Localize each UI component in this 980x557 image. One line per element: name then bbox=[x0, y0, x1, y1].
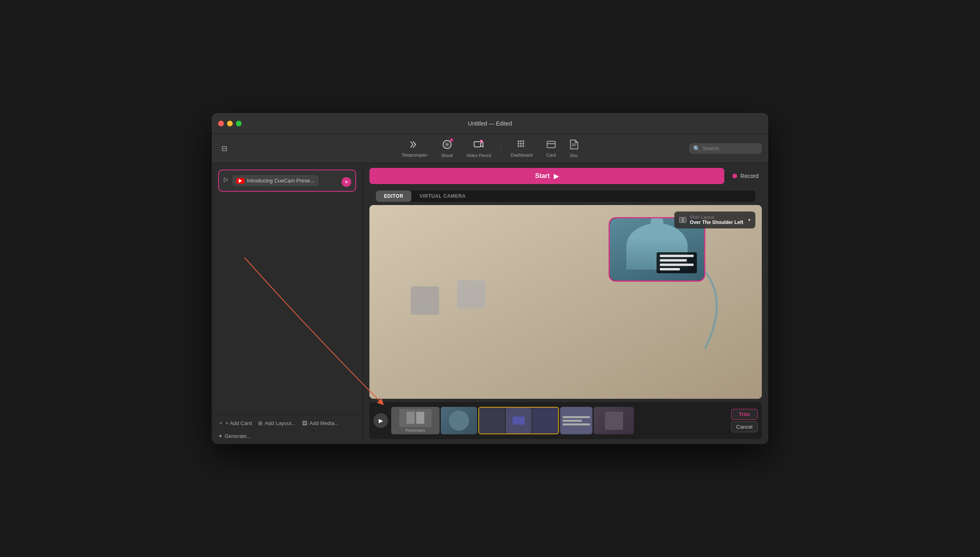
add-layout-icon: ⊞ bbox=[258, 420, 263, 426]
card-list: ▷ Introducing CueCam Prese... + bbox=[212, 163, 363, 414]
card-item: ▷ Introducing CueCam Prese... + bbox=[218, 170, 356, 192]
timeline-play-button[interactable]: ▶ bbox=[373, 413, 388, 428]
start-label: Start bbox=[535, 172, 550, 180]
generate-button[interactable]: ✦ Generate... bbox=[218, 433, 251, 439]
window-title: Untitled — Edited bbox=[468, 120, 512, 127]
clip-avatar bbox=[449, 410, 469, 431]
search-box[interactable]: 🔍 bbox=[689, 143, 762, 154]
toolbar-right: 🔍 bbox=[689, 143, 762, 154]
svg-rect-19 bbox=[411, 287, 439, 315]
text-line-2 bbox=[563, 420, 582, 422]
svg-rect-5 bbox=[517, 140, 519, 142]
shoot-label: Shoot bbox=[441, 153, 453, 158]
teleprompter-tool[interactable]: Teleprompter bbox=[396, 137, 433, 160]
add-media-button[interactable]: 🖼 Add Media... bbox=[302, 420, 339, 426]
doc-tool[interactable]: Doc bbox=[564, 137, 584, 160]
chevron-down-icon: ▾ bbox=[748, 217, 751, 223]
app-window: Untitled — Edited ⊟ Teleprompter bbox=[212, 113, 768, 444]
right-panel: Start ▶ Record EDITOR VIRTUAL CAMERA bbox=[363, 163, 768, 444]
clip-presenters[interactable]: Presenters bbox=[391, 407, 440, 434]
sidebar-toggle-button[interactable]: ⊟ bbox=[218, 142, 231, 155]
svg-rect-7 bbox=[522, 140, 524, 142]
shoot-tool[interactable]: Shoot bbox=[436, 137, 459, 160]
generate-label: Generate... bbox=[225, 433, 251, 439]
svg-rect-12 bbox=[520, 145, 521, 147]
card-play-button[interactable]: ▷ bbox=[224, 176, 228, 182]
add-card-label: + Add Card bbox=[225, 420, 252, 426]
svg-rect-10 bbox=[522, 143, 524, 144]
cancel-button[interactable]: Cancel bbox=[731, 421, 758, 432]
dashboard-tool[interactable]: Dashboard bbox=[505, 137, 538, 160]
clip-selected[interactable] bbox=[478, 407, 559, 434]
card-tool[interactable]: Card bbox=[540, 137, 561, 160]
youtube-badge: Introducing CueCam Prese... bbox=[232, 175, 319, 186]
tab-virtual-camera[interactable]: VIRTUAL CAMERA bbox=[411, 191, 474, 202]
card-add-button[interactable]: + bbox=[342, 177, 351, 187]
add-layout-label: Add Layout... bbox=[265, 420, 296, 426]
clip-person-1 bbox=[407, 412, 415, 424]
video-pencil-tool[interactable]: Video Pencil bbox=[461, 137, 497, 160]
clip-person-content bbox=[441, 407, 477, 434]
tab-editor[interactable]: EDITOR bbox=[376, 191, 411, 202]
toolbar-tools: Teleprompter Shoot bbox=[396, 137, 584, 160]
toolbar: ⊟ Teleprompter bbox=[212, 134, 768, 163]
generate-icon: ✦ bbox=[218, 433, 223, 439]
main-content: ▷ Introducing CueCam Prese... + ＋ + Add … bbox=[212, 163, 768, 444]
svg-rect-8 bbox=[517, 143, 519, 144]
titlebar: Untitled — Edited bbox=[212, 113, 768, 134]
timeline-clips: Presenters bbox=[391, 406, 758, 435]
clip-person[interactable] bbox=[441, 407, 477, 434]
tp-line-1 bbox=[660, 255, 694, 257]
layout-prefix: Slide Layout bbox=[690, 215, 743, 220]
layout-icon-inner bbox=[682, 218, 684, 222]
layout-icon bbox=[679, 217, 686, 223]
layout-name: Over The Shoulder Left bbox=[690, 220, 743, 225]
tp-line-2 bbox=[660, 259, 687, 262]
clip-person-2 bbox=[416, 412, 424, 424]
video-pencil-icon bbox=[473, 139, 484, 151]
record-label: Record bbox=[740, 173, 759, 179]
svg-rect-9 bbox=[520, 143, 521, 144]
clip-presenters-content: Presenters bbox=[399, 409, 432, 433]
youtube-icon bbox=[236, 178, 244, 184]
trim-button[interactable]: Trim bbox=[731, 409, 758, 420]
shoot-icon bbox=[442, 139, 452, 151]
svg-rect-14 bbox=[547, 141, 555, 148]
clip-last-thumb bbox=[605, 412, 623, 430]
layout-selector[interactable]: Slide Layout Over The Shoulder Left ▾ bbox=[674, 211, 755, 228]
svg-rect-11 bbox=[517, 145, 519, 147]
timeline-bar: ▶ Presenters bbox=[369, 402, 762, 439]
doc-icon bbox=[569, 139, 578, 151]
left-panel: ▷ Introducing CueCam Prese... + ＋ + Add … bbox=[212, 163, 363, 444]
teleprompter-icon bbox=[410, 140, 419, 151]
add-layout-button[interactable]: ⊞ Add Layout... bbox=[258, 420, 296, 426]
layout-selector-text: Slide Layout Over The Shoulder Left bbox=[690, 215, 743, 225]
clip-frame-inner bbox=[513, 417, 525, 425]
add-media-label: Add Media... bbox=[309, 420, 339, 426]
svg-rect-13 bbox=[522, 145, 524, 147]
add-card-button[interactable]: ＋ + Add Card bbox=[218, 419, 252, 427]
right-toolbar: Start ▶ Record bbox=[363, 163, 768, 189]
card-icon bbox=[546, 140, 556, 151]
left-panel-footer: ＋ + Add Card ⊞ Add Layout... 🖼 Add Media… bbox=[212, 414, 363, 444]
card-label: Card bbox=[546, 153, 556, 157]
record-dot-icon bbox=[732, 174, 737, 178]
start-play-icon: ▶ bbox=[554, 172, 559, 180]
maximize-button[interactable] bbox=[236, 121, 242, 126]
svg-rect-3 bbox=[474, 142, 481, 147]
start-button[interactable]: Start ▶ bbox=[369, 168, 724, 184]
svg-rect-6 bbox=[520, 140, 521, 142]
trim-panel: Trim Cancel bbox=[731, 409, 758, 432]
minimize-button[interactable] bbox=[227, 121, 233, 126]
tp-line-4 bbox=[660, 268, 680, 270]
search-input[interactable] bbox=[703, 145, 758, 151]
dashboard-label: Dashboard bbox=[511, 153, 533, 157]
clip-text[interactable] bbox=[560, 407, 592, 434]
record-button[interactable]: Record bbox=[729, 171, 762, 181]
clip-presenters-label: Presenters bbox=[406, 428, 425, 433]
search-icon: 🔍 bbox=[693, 145, 700, 152]
clip-selected-content bbox=[479, 408, 558, 433]
clip-thumb bbox=[399, 409, 432, 427]
clip-last[interactable] bbox=[594, 407, 634, 434]
close-button[interactable] bbox=[218, 121, 224, 126]
